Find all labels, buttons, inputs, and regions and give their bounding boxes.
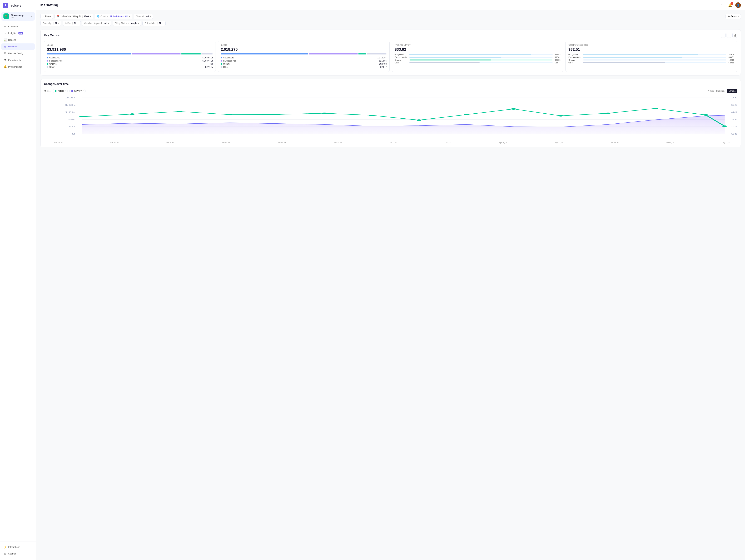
- country-extra: +5: [125, 15, 128, 18]
- chart-controls: Metrics Installs ▾ pLTV 1Y ▾ Y-axis Comm…: [44, 89, 737, 93]
- source-bar-row: Other $24.74: [395, 62, 560, 64]
- source-bar-fill: [410, 57, 501, 58]
- logo-area: R revisely: [0, 3, 36, 12]
- billing-platform-filter[interactable]: Billing Platform | Apple ▾: [112, 21, 141, 26]
- installs-point: [653, 108, 658, 109]
- pltv-chevron-icon: ▾: [83, 90, 84, 92]
- sidebar-item-label: Integrations: [8, 546, 20, 548]
- settings-icon: ⚙: [3, 552, 6, 555]
- adset-filter[interactable]: Ad Set | All ▾: [63, 21, 81, 26]
- spend-bar-facebook: [131, 54, 181, 55]
- avatar[interactable]: 👤: [735, 2, 741, 8]
- metric-card-spend: Spend $3,911,986 Google Ads $1,989,418: [44, 41, 216, 72]
- installs-metric-pill[interactable]: Installs ▾: [53, 89, 68, 93]
- country-value: United States: [110, 15, 124, 18]
- gross-label: Gross: [731, 15, 737, 18]
- sidebar-item-profit-planner[interactable]: 💰 Profit Planner: [1, 64, 35, 70]
- source-bar-track: [410, 54, 553, 55]
- sidebar-item-label: Overview: [8, 25, 18, 28]
- installs-point: [79, 116, 84, 117]
- notification-count: 2: [731, 2, 733, 5]
- sidebar-item-reports[interactable]: 📊 Reports: [1, 37, 35, 43]
- help-icon[interactable]: ?: [719, 2, 725, 8]
- experiments-icon: ⚗: [3, 59, 6, 62]
- sidebar-item-label: Reports: [8, 39, 16, 41]
- source-bar-row: Organic $28.36: [395, 59, 560, 61]
- sidebar-item-settings[interactable]: ⚙ Settings: [1, 551, 35, 557]
- sidebar-item-experiments[interactable]: ⚗ Experiments: [1, 57, 35, 63]
- y-common-button[interactable]: Common: [714, 89, 726, 93]
- metric-row: Other $27,145: [47, 66, 213, 68]
- prev-metrics-button[interactable]: ‹: [721, 33, 725, 38]
- sidebar-item-marketing[interactable]: ◈ Marketing: [1, 43, 35, 50]
- app-selector[interactable]: 🏃 Fitness App iOS ⌄: [1, 12, 35, 21]
- installs-point: [369, 115, 374, 116]
- y-axis-group: Y-axis Common Various: [708, 89, 737, 93]
- sidebar-item-label: Marketing: [8, 45, 18, 48]
- header: Marketing ? 🔔 2 👤: [36, 0, 745, 10]
- app-platform: iOS: [11, 16, 29, 19]
- section-header: Key Metrics ‹ ›: [44, 33, 737, 38]
- pltv-metric-pill[interactable]: pLTV 1Y ▾: [69, 89, 86, 93]
- source-bar-row: Other $28.55: [569, 62, 734, 64]
- installs-pill-label: Installs: [58, 90, 64, 92]
- app-chevron-icon: ⌄: [31, 15, 33, 18]
- country-filter-button[interactable]: 🌐 Country | United States +5 ▾: [95, 14, 132, 19]
- organic-dot: [47, 63, 48, 65]
- svg-text:42$: 42$: [731, 111, 737, 113]
- creative-keyword-filter[interactable]: Creative / Keyword | All ▾: [82, 21, 111, 26]
- sidebar-item-insights[interactable]: ✦ Insights New: [1, 30, 35, 36]
- sidebar-item-overview[interactable]: ⌂ Overview: [1, 24, 35, 30]
- changes-title: Changes over time: [44, 82, 69, 86]
- sidebar-item-integrations[interactable]: ⚡ Integrations: [1, 544, 35, 550]
- svg-text:4k: 4k: [68, 126, 75, 128]
- y-axis-label: Y-axis: [708, 90, 714, 92]
- y-various-button[interactable]: Various: [727, 89, 737, 93]
- subscription-filter[interactable]: Subscription | All ▾: [142, 21, 166, 26]
- source-bar-fill: [410, 60, 491, 61]
- sidebar-item-remote-config[interactable]: ⚙ Remote Config: [1, 50, 35, 57]
- app-info: Fitness App iOS: [11, 14, 29, 19]
- installs-value: 2,018,275: [221, 47, 387, 52]
- svg-text:56$: 56$: [731, 104, 737, 106]
- nav-section: ⌂ Overview ✦ Insights New 📊 Reports ◈ Ma…: [0, 24, 36, 539]
- metric-row: Organic $0: [47, 63, 213, 65]
- sidebar-item-label: Profit Planner: [8, 66, 22, 68]
- installs-rows: Google Ads 1,072,387 Facebook Ads 821,98…: [221, 57, 387, 68]
- creative-chevron-icon: ▾: [108, 23, 109, 24]
- changes-section-header: Changes over time: [44, 82, 737, 86]
- metric-row: Facebook Ads 821,985: [221, 60, 387, 62]
- svg-rect-1: [735, 35, 735, 37]
- adset-chevron-icon: ▾: [77, 23, 78, 24]
- installs-label: Installs: [221, 44, 387, 46]
- filters-button[interactable]: ▽ ▽ Filters: [40, 14, 53, 19]
- pltv-area: [82, 115, 725, 134]
- pltv-value: $33.82: [395, 47, 560, 52]
- spend-bar-organic: [181, 54, 201, 55]
- gross-button[interactable]: ◎ Gross ▾: [725, 14, 741, 19]
- insights-icon: ✦: [3, 32, 6, 35]
- sidebar-item-label: Experiments: [8, 59, 21, 61]
- source-bar-track: [410, 57, 553, 58]
- campaign-filter[interactable]: Campaign | All ▾: [40, 21, 61, 26]
- logo-icon: R: [3, 3, 8, 8]
- campaign-chevron-icon: ▾: [58, 23, 59, 24]
- chart-toggle-button[interactable]: [733, 33, 737, 38]
- calendar-icon: 📅: [57, 15, 59, 18]
- key-metrics-section: Key Metrics ‹ › Spend: [40, 29, 741, 75]
- source-bar-fill: [410, 54, 531, 55]
- installs-bar-other: [367, 54, 387, 55]
- notifications-button[interactable]: 🔔 2: [727, 2, 733, 8]
- channel-filter-button[interactable]: Channel | All ▾: [134, 14, 153, 19]
- spend-bar: [47, 54, 213, 55]
- date-range-button[interactable]: 📅 19 Feb 24 - 20 May 24 | Week ▾: [55, 14, 93, 19]
- profit-planner-icon: 💰: [3, 65, 6, 68]
- country-icon: 🌐: [97, 15, 99, 18]
- source-bar-track: [583, 60, 726, 61]
- installs-point: [227, 114, 232, 115]
- svg-text:8k: 8k: [68, 118, 75, 120]
- app-name: Fitness App: [11, 14, 29, 16]
- svg-text:12k: 12k: [64, 111, 75, 113]
- next-metrics-button[interactable]: ›: [726, 33, 732, 38]
- period-value: Week: [84, 15, 89, 18]
